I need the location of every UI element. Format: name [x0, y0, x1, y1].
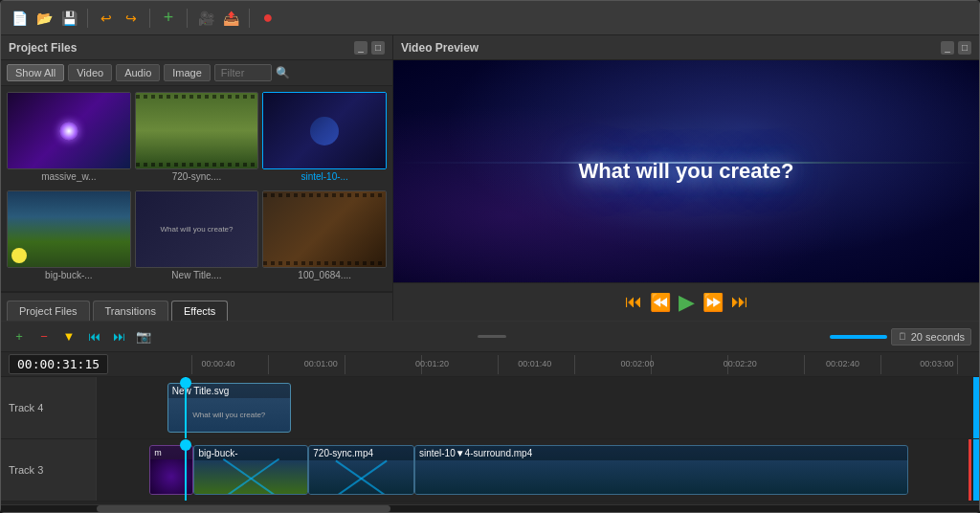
preview-header: Video Preview _ □ — [393, 35, 979, 60]
media-label-720sync: 720-sync.... — [135, 171, 259, 182]
clip-body-big-buck — [194, 460, 307, 494]
preview-minimize[interactable]: _ — [941, 41, 954, 55]
media-label-bigbuck: big-buck-... — [7, 270, 131, 280]
media-item-massive[interactable]: massive_w... — [7, 92, 131, 187]
separator-4 — [249, 9, 250, 28]
clip-big-buck[interactable]: big-buck- — [193, 445, 308, 495]
media-label-100_0684: 100_0684.... — [262, 270, 387, 280]
project-files-title: Project Files — [9, 41, 77, 55]
export-button[interactable]: 📤 — [220, 8, 241, 29]
filter-bar: Show All Video Audio Image 🔍 — [1, 60, 392, 86]
section-minimize[interactable]: _ — [354, 41, 368, 55]
clip-massive[interactable]: m — [149, 445, 193, 495]
capture-button[interactable]: 🎥 — [195, 8, 216, 29]
filter-all-btn[interactable]: Show All — [7, 64, 64, 81]
separator-2 — [149, 9, 150, 28]
title-bar: 📄 📂 💾 ↩ ↪ + 🎥 📤 ● — [1, 1, 979, 35]
project-files-section: Project Files _ □ Show All Video Audio I… — [1, 35, 392, 292]
preview-controls: ⏮ ⏪ ▶ ⏩ ⏭ — [393, 282, 979, 321]
tl-go-start-btn[interactable]: ⏮ — [83, 326, 104, 347]
tl-add-track-btn[interactable]: + — [9, 326, 30, 347]
zoom-indicator: 🗒 20 seconds — [891, 328, 971, 346]
filter-audio-btn[interactable]: Audio — [116, 64, 160, 81]
preview-play-btn[interactable]: ▶ — [679, 290, 695, 315]
tl-remove-track-btn[interactable]: − — [33, 326, 55, 347]
ruler-mark-7: 00:03:00 — [920, 359, 953, 368]
section-controls: _ □ — [354, 41, 385, 55]
add-clip-button[interactable]: + — [158, 8, 179, 29]
new-button[interactable]: 📄 — [9, 8, 30, 29]
media-label-sintel: sintel-10-... — [262, 171, 387, 182]
main-content: Project Files _ □ Show All Video Audio I… — [1, 35, 979, 321]
timecode-bar: 00:00:31:15 00:00:40 00:01:00 00:01:20 0… — [1, 352, 979, 377]
preview-title: Video Preview — [401, 41, 479, 55]
media-item-sintel[interactable]: sintel-10-... — [262, 92, 387, 187]
tl-go-end-btn[interactable]: ⏭ — [108, 326, 129, 347]
ruler-mark-1: 00:01:00 — [304, 359, 338, 368]
tl-snapshot-btn[interactable]: 📷 — [133, 326, 154, 347]
playhead-3 — [185, 439, 187, 501]
clip-720-sync[interactable]: 720-sync.mp4 — [308, 445, 414, 495]
filter-video-btn[interactable]: Video — [68, 64, 112, 81]
clip-title-720-sync: 720-sync.mp4 — [309, 446, 413, 460]
preview-maximize[interactable]: □ — [958, 41, 971, 55]
tab-transitions[interactable]: Transitions — [93, 301, 168, 321]
video-preview: What will you create? — [393, 60, 979, 282]
preview-section-controls: _ □ — [941, 41, 971, 55]
media-item-100_0684[interactable]: 100_0684.... — [262, 190, 387, 285]
media-thumb-sintel — [262, 92, 387, 169]
timeline-ruler: 00:00:40 00:01:00 00:01:20 00:01:40 00:0… — [116, 355, 971, 374]
media-label-massive: massive_w... — [7, 171, 131, 182]
ruler-mark-5: 00:02:20 — [724, 359, 757, 368]
tl-arrow-btn[interactable]: ▼ — [58, 326, 79, 347]
tab-project-files[interactable]: Project Files — [7, 301, 90, 321]
track-3-label: Track 3 — [1, 439, 97, 501]
preview-forward-end-btn[interactable]: ⏭ — [731, 292, 748, 312]
track-3-content: m big-buck- — [97, 439, 979, 501]
preview-forward-btn[interactable]: ⏩ — [702, 292, 724, 313]
track-row-3: Track 3 m — [1, 439, 979, 502]
render-button[interactable]: ● — [257, 8, 278, 29]
filter-image-btn[interactable]: Image — [164, 64, 211, 81]
timecode-display: 00:00:31:15 — [9, 354, 108, 374]
project-files-header: Project Files _ □ — [1, 35, 392, 60]
preview-rewind-start-btn[interactable]: ⏮ — [625, 292, 642, 312]
right-panel: Video Preview _ □ What will you create? — [393, 35, 979, 321]
app-window: 📄 📂 💾 ↩ ↪ + 🎥 📤 ● Project Files _ □ — [0, 0, 980, 513]
undo-button[interactable]: ↩ — [96, 8, 117, 29]
filter-clear-btn[interactable]: 🔍 — [276, 66, 290, 79]
clip-sintel[interactable]: sintel-10▼4-surround.mp4 — [414, 445, 908, 495]
separator-3 — [187, 9, 188, 28]
tabs-section: Project Files Transitions Effects — [1, 292, 392, 321]
separator-1 — [87, 9, 88, 28]
zoom-bar — [830, 335, 887, 339]
media-item-newtitle[interactable]: What will you create? New Title.... — [135, 190, 259, 285]
media-thumb-bigbuck — [7, 190, 131, 268]
ruler-mark-0: 00:00:40 — [201, 359, 234, 368]
timeline-scrollbar[interactable] — [1, 504, 979, 512]
save-button[interactable]: 💾 — [58, 8, 79, 29]
filter-input[interactable] — [214, 64, 272, 81]
media-thumb-massive — [7, 92, 131, 169]
zoom-slider-container: 🗒 20 seconds — [830, 328, 971, 346]
track-row-4: Track 4 New Title.svg What will you crea… — [1, 377, 979, 439]
media-grid: massive_w... 720-sync.... — [1, 86, 392, 291]
tab-effects[interactable]: Effects — [171, 301, 228, 321]
timeline-toolbar: + − ▼ ⏮ ⏭ 📷 🗒 20 seconds — [1, 322, 979, 352]
clip-title-sintel: sintel-10▼4-surround.mp4 — [415, 446, 907, 460]
track-area: Track 4 New Title.svg What will you crea… — [1, 377, 979, 504]
zoom-indicator-icon: 🗒 — [898, 331, 907, 342]
media-thumb-100_0684 — [262, 190, 387, 268]
redo-button[interactable]: ↪ — [121, 8, 142, 29]
ruler-mark-4: 00:02:00 — [620, 359, 654, 368]
preview-rewind-btn[interactable]: ⏪ — [650, 292, 671, 313]
media-thumb-newtitle: What will you create? — [135, 190, 259, 268]
clip-body-sintel — [415, 460, 907, 494]
clip-body-720-sync — [309, 460, 413, 494]
open-button[interactable]: 📂 — [33, 8, 55, 29]
media-item-bigbuck[interactable]: big-buck-... — [7, 190, 131, 285]
ruler-mark-2: 00:01:20 — [415, 359, 449, 368]
left-panel: Project Files _ □ Show All Video Audio I… — [1, 35, 393, 321]
section-maximize[interactable]: □ — [371, 41, 385, 55]
media-item-720sync[interactable]: 720-sync.... — [135, 92, 259, 187]
